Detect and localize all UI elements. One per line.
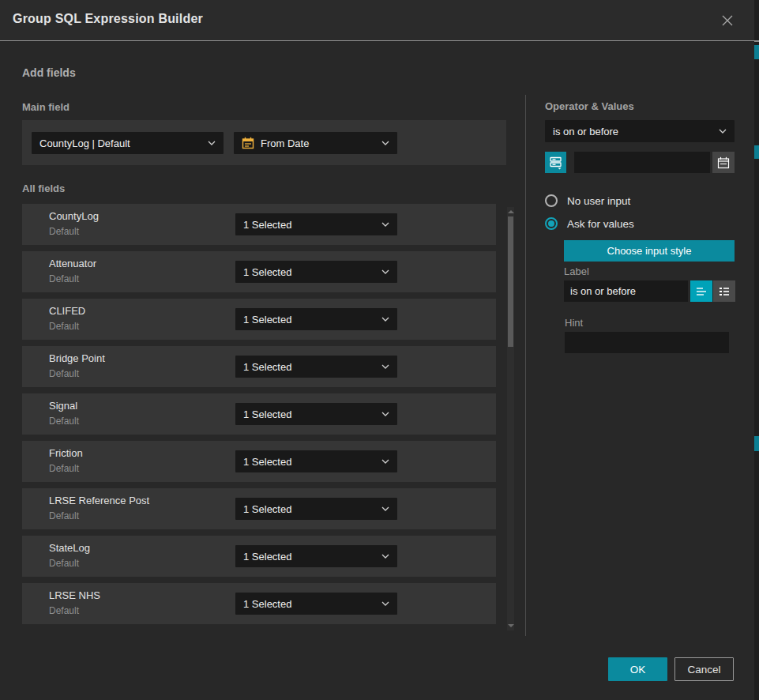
field-subtitle: Default	[49, 226, 79, 237]
all-fields-heading: All fields	[22, 183, 65, 194]
ok-button[interactable]: OK	[608, 657, 667, 681]
field-selection-value: 1 Selected	[243, 503, 381, 515]
value-input[interactable]	[574, 152, 710, 173]
field-selection-value: 1 Selected	[243, 456, 381, 468]
field-row: LRSE NHS Default 1 Selected	[22, 583, 496, 624]
radio-selected-icon	[545, 217, 558, 230]
layer-select-value: CountyLog | Default	[39, 137, 208, 149]
dialog-header: Group SQL Expression Builder	[0, 0, 754, 41]
chevron-down-icon	[381, 141, 389, 145]
field-selection-value: 1 Selected	[243, 314, 381, 326]
unique-values-button[interactable]	[545, 152, 566, 173]
field-name: Bridge Point	[49, 352, 105, 364]
chevron-down-icon	[381, 554, 389, 559]
field-selection-value: 1 Selected	[243, 551, 381, 563]
field-selection-value: 1 Selected	[243, 361, 381, 373]
chevron-down-icon	[381, 459, 389, 464]
field-subtitle: Default	[49, 368, 79, 379]
chevron-down-icon	[381, 269, 389, 274]
field-selection-select[interactable]: 1 Selected	[235, 213, 397, 235]
date-field-icon	[242, 137, 254, 149]
field-name: Friction	[49, 447, 83, 459]
field-row: CountyLog Default 1 Selected	[22, 204, 496, 245]
date-picker-button[interactable]	[712, 152, 735, 173]
unique-values-icon	[549, 156, 563, 170]
field-name: LRSE Reference Post	[49, 495, 149, 506]
field-name: Attenuator	[49, 258, 96, 269]
field-selection-select[interactable]: 1 Selected	[235, 545, 397, 567]
background-accent-sliver	[754, 436, 759, 451]
field-selection-select[interactable]: 1 Selected	[235, 261, 397, 283]
radio-ask-for-values[interactable]: Ask for values	[545, 216, 634, 231]
field-selection-value: 1 Selected	[243, 408, 381, 420]
field-name: CLIFED	[49, 305, 85, 317]
field-row: Friction Default 1 Selected	[22, 441, 496, 482]
list-icon	[718, 286, 731, 297]
hint-input[interactable]	[565, 332, 729, 353]
radio-circle-icon	[545, 194, 558, 207]
dialog-title: Group SQL Expression Builder	[13, 12, 203, 26]
field-name: StateLog	[49, 542, 90, 554]
label-field-label: Label	[564, 265, 589, 277]
field-name: CountyLog	[49, 210, 99, 222]
chevron-down-icon	[381, 222, 389, 227]
close-button[interactable]	[718, 11, 737, 30]
field-subtitle: Default	[49, 510, 79, 521]
scroll-up-arrow-icon[interactable]	[508, 210, 514, 213]
field-row: Bridge Point Default 1 Selected	[22, 346, 496, 387]
field-selection-select[interactable]: 1 Selected	[235, 593, 397, 615]
background-accent-sliver	[754, 145, 759, 159]
list-scrollbar[interactable]	[507, 207, 514, 630]
chevron-down-icon	[381, 317, 389, 322]
scroll-down-arrow-icon[interactable]	[508, 624, 514, 627]
group-sql-expression-builder-dialog: Group SQL Expression Builder Add fields …	[0, 0, 754, 700]
scrollbar-thumb[interactable]	[508, 216, 513, 347]
field-row: Attenuator Default 1 Selected	[22, 251, 496, 292]
chevron-down-icon	[208, 141, 216, 145]
main-field-select[interactable]: From Date	[234, 132, 397, 154]
main-field-select-value: From Date	[261, 137, 375, 149]
hint-field-label: Hint	[565, 317, 583, 329]
close-icon	[720, 13, 735, 28]
chevron-down-icon	[381, 506, 389, 511]
field-selection-select[interactable]: 1 Selected	[235, 403, 397, 425]
chevron-down-icon	[719, 129, 727, 134]
field-subtitle: Default	[49, 558, 79, 569]
field-selection-select[interactable]: 1 Selected	[235, 356, 397, 378]
main-field-panel: CountyLog | Default From Date	[22, 120, 506, 165]
calendar-icon	[717, 156, 730, 169]
chevron-down-icon	[381, 601, 389, 606]
input-style-single-toggle[interactable]	[690, 280, 712, 302]
background-divider-sliver	[754, 40, 759, 42]
choose-input-style-button[interactable]: Choose input style	[564, 240, 735, 262]
field-name: LRSE NHS	[49, 589, 100, 601]
radio-no-user-input-label: No user input	[567, 195, 630, 207]
operator-select[interactable]: is on or before	[545, 120, 735, 142]
cancel-button[interactable]: Cancel	[674, 657, 734, 681]
align-left-icon	[695, 286, 708, 297]
field-selection-value: 1 Selected	[243, 598, 381, 610]
label-input[interactable]	[564, 280, 688, 302]
panel-divider	[525, 95, 526, 636]
field-row: LRSE Reference Post Default 1 Selected	[22, 488, 496, 529]
operator-select-value: is on or before	[553, 126, 719, 137]
field-subtitle: Default	[49, 605, 79, 616]
layer-select[interactable]: CountyLog | Default	[32, 132, 224, 154]
background-accent-sliver	[754, 45, 759, 59]
field-selection-select[interactable]: 1 Selected	[235, 450, 397, 472]
field-selection-select[interactable]: 1 Selected	[235, 308, 397, 330]
field-subtitle: Default	[49, 273, 79, 284]
input-style-list-toggle[interactable]	[713, 280, 735, 302]
field-subtitle: Default	[49, 463, 79, 474]
radio-no-user-input[interactable]: No user input	[545, 194, 630, 208]
radio-ask-for-values-label: Ask for values	[567, 218, 634, 230]
screen: Group SQL Expression Builder Add fields …	[0, 0, 759, 700]
field-selection-select[interactable]: 1 Selected	[235, 498, 397, 520]
main-field-heading: Main field	[22, 101, 70, 113]
chevron-down-icon	[381, 364, 389, 369]
field-selection-value: 1 Selected	[243, 266, 381, 278]
operator-values-heading: Operator & Values	[545, 100, 634, 112]
field-row: CLIFED Default 1 Selected	[22, 299, 496, 340]
all-fields-list: CountyLog Default 1 Selected Attenuator …	[22, 204, 496, 630]
add-fields-heading: Add fields	[22, 66, 76, 79]
